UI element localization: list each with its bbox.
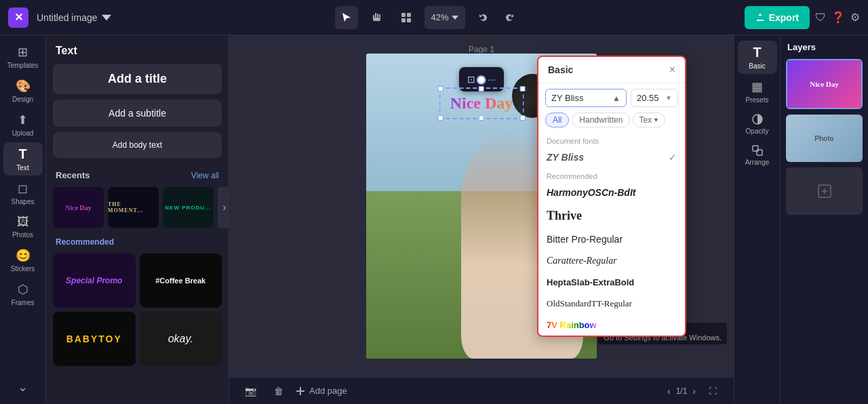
- right-tool-presets[interactable]: ▦ Presets: [738, 75, 777, 108]
- recent-item-1[interactable]: THE MOMENT...: [108, 187, 159, 228]
- redo-button[interactable]: [498, 6, 521, 29]
- font-item-oldstandard[interactable]: OldStandardTT-Regular: [538, 293, 685, 315]
- zoom-button[interactable]: 42%: [425, 6, 465, 29]
- undo-icon: [478, 12, 489, 23]
- recents-grid: Nice Day THE MOMENT... NEW PRODU... ›: [46, 184, 229, 230]
- help-icon[interactable]: ❓: [831, 11, 845, 24]
- upload-icon: [755, 13, 765, 22]
- sidebar-item-shapes[interactable]: ◻ Shapes: [3, 177, 43, 209]
- font-item-thrive[interactable]: Thrive: [538, 203, 685, 228]
- add-title-button[interactable]: Add a title: [53, 64, 222, 94]
- sidebar-item-frames[interactable]: ⬡ Frames: [3, 278, 43, 310]
- rotate-handle[interactable]: [477, 75, 486, 85]
- svg-rect-10: [296, 390, 304, 392]
- font-item-zy-bliss[interactable]: ZY Bliss ✓: [538, 146, 685, 168]
- view-all-link[interactable]: View all: [191, 171, 219, 180]
- rec-text-3: okay.: [168, 333, 193, 345]
- topbar: ✕ Untitled image 42% Expo: [0, 0, 868, 35]
- panel-title: Text: [46, 35, 229, 64]
- right-tool-basic[interactable]: T Basic: [738, 41, 777, 74]
- font-item-carattere[interactable]: Carattere-Regular: [538, 250, 685, 272]
- handle-tm: [479, 86, 484, 92]
- add-subtitle-button[interactable]: Add a subtitle: [53, 100, 222, 127]
- recents-arrow[interactable]: ›: [218, 187, 229, 228]
- sidebar-item-text[interactable]: T Text: [3, 142, 43, 176]
- stickers-label: Stickers: [11, 265, 35, 272]
- rec-item-2[interactable]: BABYTOY: [53, 312, 136, 366]
- text-icon: T: [18, 146, 26, 162]
- canvas-delete-button[interactable]: 🗑: [267, 380, 290, 403]
- font-panel-header: Basic ×: [538, 57, 685, 83]
- right-tool-arrange[interactable]: Arrange: [738, 140, 777, 170]
- hand-icon: [371, 12, 382, 23]
- rec-item-0[interactable]: Special Promo: [53, 254, 136, 308]
- layers-title: Layers: [781, 35, 868, 56]
- canvas-bottom: 📷 🗑 Add page ‹ 1/1 › ⛶: [229, 377, 734, 404]
- next-page-button[interactable]: ›: [692, 386, 696, 397]
- svg-rect-3: [379, 14, 380, 18]
- sidebar-item-stickers[interactable]: 😊 Stickers: [3, 244, 43, 277]
- font-name-oldstandard: OldStandardTT-Regular: [547, 298, 632, 309]
- add-body-button[interactable]: Add body text: [53, 132, 222, 158]
- select-tool-button[interactable]: [335, 6, 358, 29]
- font-item-harmony[interactable]: HarmonyOSCn-BdIt: [538, 182, 685, 203]
- font-item-rainbow[interactable]: 7V Rainbow: [538, 315, 685, 336]
- cursor-icon: [341, 12, 352, 23]
- recent-text-1: THE MOMENT...: [108, 201, 159, 214]
- settings-icon[interactable]: ⚙: [850, 11, 860, 24]
- recent-item-0[interactable]: Nice Day: [53, 187, 104, 228]
- add-page-label: Add page: [309, 386, 347, 396]
- page-info: 1/1: [676, 386, 688, 396]
- filter-handwritten-button[interactable]: Handwritten: [572, 113, 630, 127]
- text-selection-box[interactable]: Nice Day: [439, 87, 524, 119]
- canvas-inner: ⊡ ··· Nice Day: [229, 35, 734, 377]
- font-select-dropdown[interactable]: ZY Bliss ▲: [545, 89, 627, 107]
- design-label: Design: [12, 96, 33, 103]
- layer-thumb-2[interactable]: [786, 167, 863, 215]
- title-chevron-icon: [102, 13, 111, 22]
- font-item-hepta[interactable]: HeptaSlab-ExtraBold: [538, 272, 685, 293]
- app-logo[interactable]: ✕: [8, 7, 28, 28]
- upload-label: Upload: [12, 129, 34, 137]
- sidebar-item-upload[interactable]: ⬆ Upload: [3, 108, 43, 141]
- layer-thumb-1[interactable]: Photo: [786, 115, 863, 162]
- recent-item-2[interactable]: NEW PRODU...: [163, 187, 214, 228]
- file-title-area[interactable]: Untitled image: [37, 12, 111, 23]
- filter-tex-dropdown[interactable]: Tex ▼: [633, 113, 665, 127]
- sidebar-item-templates[interactable]: ⊞ Templates: [3, 41, 43, 73]
- canvas-text[interactable]: Nice Day: [450, 94, 513, 113]
- right-tool-opacity[interactable]: Opacity: [738, 109, 777, 139]
- filter-all-button[interactable]: All: [545, 113, 569, 127]
- recent-text-0: Nice Day: [65, 204, 92, 211]
- rec-item-3[interactable]: okay.: [140, 312, 222, 366]
- export-button[interactable]: Export: [745, 6, 810, 29]
- bottom-left: 📷 🗑 Add page: [239, 380, 347, 403]
- prev-page-button[interactable]: ‹: [667, 386, 671, 397]
- hand-tool-button[interactable]: [365, 6, 388, 29]
- selected-font-text: ZY Bliss: [551, 93, 583, 103]
- rec-item-1[interactable]: #Coffee Break: [140, 254, 222, 308]
- add-page-button[interactable]: Add page: [296, 386, 347, 396]
- canvas-area: Page 1 ⊡ ···: [229, 35, 734, 404]
- recommended-fonts-label: Recommended: [538, 168, 685, 182]
- grid-button[interactable]: [395, 6, 418, 29]
- basic-label: Basic: [749, 62, 765, 70]
- basic-text-icon: T: [753, 45, 761, 60]
- sidebar-item-design[interactable]: 🎨 Design: [3, 75, 43, 107]
- undo-button[interactable]: [472, 6, 495, 29]
- sidebar-item-photos[interactable]: 🖼 Photos: [3, 211, 43, 243]
- layer-thumb-0[interactable]: Nice Day: [786, 59, 863, 109]
- canvas-camera-button[interactable]: 📷: [239, 380, 262, 403]
- main-area: ⊞ Templates 🎨 Design ⬆ Upload T Text ◻ S…: [0, 35, 868, 404]
- layer-thumb-inner-2: [786, 167, 863, 215]
- recommended-section-header: Recommended: [46, 230, 229, 251]
- font-panel-close-button[interactable]: ×: [669, 64, 675, 76]
- font-size-input[interactable]: 20.55 ▼: [631, 89, 678, 107]
- shapes-icon: ◻: [18, 181, 28, 196]
- right-sidebar: T Basic ▦ Presets Opacity Arrange: [734, 35, 780, 404]
- font-item-bitter[interactable]: Bitter Pro-Regular: [538, 228, 685, 250]
- font-check-icon: ✓: [669, 152, 677, 163]
- shield-icon[interactable]: 🛡: [815, 12, 826, 24]
- sidebar-expand[interactable]: ⌄: [3, 376, 43, 399]
- fullscreen-button[interactable]: ⛶: [701, 380, 724, 403]
